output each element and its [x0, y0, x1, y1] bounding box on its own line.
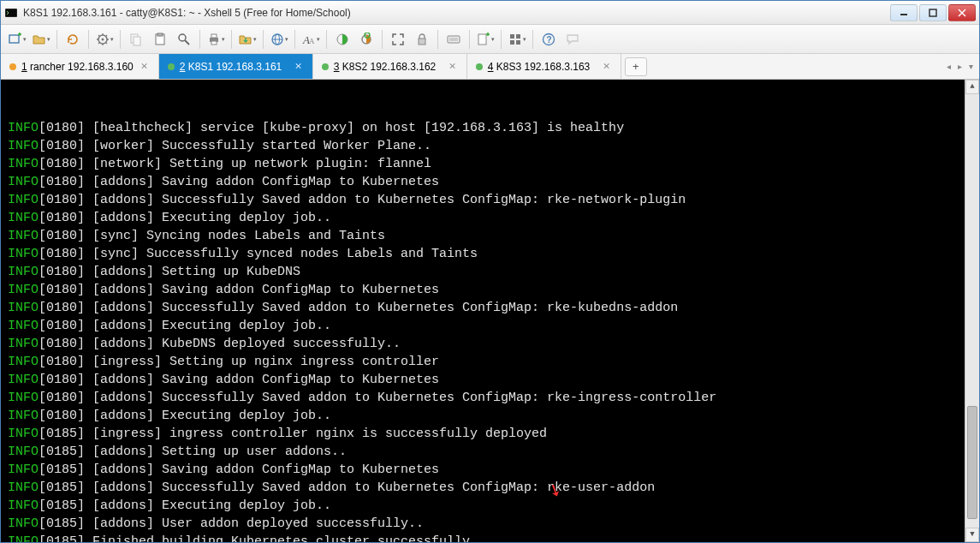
svg-rect-10	[134, 37, 140, 45]
scroll-up-icon[interactable]: ▲	[965, 80, 979, 94]
svg-text:?: ?	[547, 35, 552, 45]
svg-rect-3	[930, 9, 936, 16]
scroll-track[interactable]	[965, 94, 979, 528]
log-line: INFO[0180] [addons] KubeDNS deployed suc…	[8, 335, 972, 353]
separator	[199, 30, 200, 49]
log-line: INFO[0180] [addons] Successfully Saved a…	[8, 389, 972, 407]
add-tab-button[interactable]: +	[625, 57, 647, 76]
log-line: INFO[0180] [addons] Successfully Saved a…	[8, 191, 972, 209]
reconnect-icon[interactable]	[62, 28, 84, 51]
svg-rect-26	[448, 36, 460, 43]
log-line: INFO[0180] [addons] Saving addon ConfigM…	[8, 371, 972, 389]
log-line: INFO[0180] [addons] Successfully Saved a…	[8, 299, 972, 317]
titlebar: K8S1 192.168.3.161 - catty@K8S1: ~ - Xsh…	[1, 1, 979, 25]
svg-rect-32	[510, 40, 514, 45]
tab-label: 2 K8S1 192.168.3.161	[180, 61, 288, 73]
close-button[interactable]	[948, 4, 976, 21]
tile-icon[interactable]: ▾	[506, 28, 528, 51]
toolbar: ▾ ▾ ▾ ▾ ▾ ▾ AA▾ ▾ ▾ ?	[1, 25, 979, 54]
log-line: INFO[0180] [sync] Syncing nodes Labels a…	[8, 227, 972, 245]
tab-close-icon[interactable]: ⨯	[447, 61, 458, 72]
scroll-down-icon[interactable]: ▼	[965, 528, 979, 542]
separator	[56, 30, 57, 49]
separator	[469, 30, 470, 49]
separator	[437, 30, 438, 49]
find-icon[interactable]	[173, 28, 195, 51]
window-controls	[890, 4, 976, 21]
help-icon[interactable]: ?	[538, 28, 560, 51]
svg-rect-17	[211, 41, 217, 45]
tab-label: 3 K8S2 192.168.3.162	[334, 61, 442, 73]
log-line: INFO[0185] [addons] Successfully Saved a…	[8, 479, 972, 497]
vertical-scrollbar[interactable]: ▲ ▼	[965, 80, 979, 542]
separator	[263, 30, 264, 49]
maximize-button[interactable]	[919, 4, 947, 21]
log-line: INFO[0180] [addons] Saving addon ConfigM…	[8, 173, 972, 191]
svg-point-8	[101, 38, 104, 40]
tab-list-dropdown-icon[interactable]: ▾	[966, 60, 976, 73]
font-icon[interactable]: AA▾	[300, 28, 322, 51]
chat-icon[interactable]	[561, 28, 584, 51]
log-line: INFO[0180] [healthcheck] service [kube-p…	[8, 119, 972, 137]
session-tab[interactable]: 3 K8S2 192.168.3.162⨯	[313, 54, 467, 79]
print-icon[interactable]: ▾	[205, 28, 227, 51]
title-text: K8S1 192.168.3.161 - catty@K8S1: ~ - Xsh…	[23, 7, 890, 19]
separator	[326, 30, 327, 49]
status-dot-icon	[9, 63, 16, 70]
status-dot-icon	[322, 63, 329, 70]
tab-label: 4 K8S3 192.168.3.163	[488, 61, 596, 73]
svg-rect-25	[419, 39, 425, 45]
separator	[88, 30, 89, 49]
tab-label: 1 rancher 192.168.3.160	[21, 61, 134, 73]
app-icon	[4, 6, 18, 20]
svg-rect-30	[510, 34, 514, 39]
paste-icon[interactable]	[149, 28, 171, 51]
log-line: INFO[0185] [addons] User addon deployed …	[8, 515, 972, 533]
tab-scroll-left-icon[interactable]: ◂	[944, 60, 953, 73]
log-line: INFO[0185] [ingress] ingress controller …	[8, 425, 972, 443]
web-icon[interactable]: ▾	[268, 28, 290, 51]
copy-icon[interactable]	[125, 28, 147, 51]
terminal-output[interactable]: INFO[0180] [healthcheck] service [kube-p…	[1, 80, 979, 542]
log-line: INFO[0180] [addons] Executing deploy job…	[8, 317, 972, 335]
status-dot-icon	[476, 63, 483, 70]
transfer-icon[interactable]: ▾	[236, 28, 258, 51]
tab-close-icon[interactable]: ⨯	[293, 61, 304, 72]
log-line: INFO[0185] [addons] Setting up user addo…	[8, 443, 972, 461]
session-tab[interactable]: 1 rancher 192.168.3.160⨯	[1, 54, 159, 79]
session-tab[interactable]: 2 K8S1 192.168.3.161⨯	[159, 54, 313, 79]
svg-rect-6	[9, 35, 19, 43]
svg-line-14	[185, 40, 189, 45]
color-scheme-icon[interactable]	[331, 28, 353, 51]
tab-scroll-right-icon[interactable]: ▸	[955, 60, 965, 73]
lock-icon[interactable]	[411, 28, 433, 51]
separator	[231, 30, 232, 49]
tabbar: 1 rancher 192.168.3.160⨯2 K8S1 192.168.3…	[1, 54, 979, 80]
status-dot-icon	[168, 63, 175, 70]
app-window: K8S1 192.168.3.161 - catty@K8S1: ~ - Xsh…	[0, 0, 980, 543]
separator	[501, 30, 502, 49]
log-line: INFO[0180] [ingress] Setting up nginx in…	[8, 353, 972, 371]
keyboard-icon[interactable]	[442, 28, 465, 51]
session-tab[interactable]: 4 K8S3 192.168.3.163⨯	[467, 54, 621, 79]
log-line: INFO[0180] [addons] Setting up KubeDNS	[8, 263, 972, 281]
log-line: INFO[0180] [addons] Executing deploy job…	[8, 209, 972, 227]
log-line: INFO[0180] [addons] Saving addon ConfigM…	[8, 281, 972, 299]
log-line: INFO[0185] [addons] Executing deploy job…	[8, 497, 972, 515]
compose-icon[interactable]: ▾	[474, 28, 496, 51]
log-line: INFO[0180] [sync] Successfully synced no…	[8, 245, 972, 263]
tab-close-icon[interactable]: ⨯	[601, 61, 612, 72]
separator	[382, 30, 383, 49]
log-line: INFO[0180] [network] Setting up network …	[8, 155, 972, 173]
properties-icon[interactable]: ▾	[93, 28, 116, 51]
svg-rect-33	[516, 40, 520, 45]
svg-rect-29	[478, 34, 486, 45]
svg-rect-12	[157, 33, 163, 36]
scroll-thumb[interactable]	[967, 406, 977, 519]
minimize-button[interactable]	[890, 4, 918, 21]
new-session-icon[interactable]: ▾	[6, 28, 28, 51]
fullscreen-icon[interactable]	[387, 28, 409, 51]
tab-close-icon[interactable]: ⨯	[139, 61, 150, 72]
open-icon[interactable]: ▾	[30, 28, 52, 51]
highlight-icon[interactable]	[355, 28, 377, 51]
